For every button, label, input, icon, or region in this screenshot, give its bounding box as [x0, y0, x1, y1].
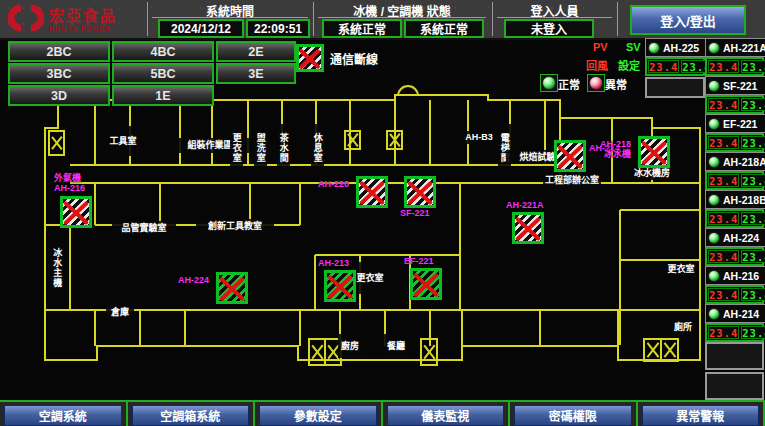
device-label-line: AH-220 — [318, 180, 349, 190]
unit-sv-value: 23.4 — [741, 136, 765, 149]
zone-button-1e[interactable]: 1E — [112, 85, 214, 106]
unit-values: 23.423.4 — [705, 95, 764, 114]
device-ah-224[interactable] — [216, 272, 248, 304]
unit-row-featured[interactable]: AH-225 — [645, 38, 707, 57]
device-ah-220[interactable] — [356, 176, 388, 208]
device-label: AH-221A — [506, 201, 544, 211]
device-label: 外氣機AH-216 — [54, 174, 85, 194]
unit-values: 23.423.4 — [705, 133, 764, 152]
device-label: SF-221 — [400, 209, 430, 219]
room-label: 廁所 — [670, 320, 696, 334]
stair-x-box — [420, 338, 438, 366]
empty-slot — [645, 77, 705, 98]
unit-values: 23.423.4 — [705, 57, 764, 76]
abnormal-legend-label: 異常 — [605, 76, 627, 92]
unit-pv-value: 23.4 — [648, 60, 679, 73]
unit-name-label: SF-221 — [723, 80, 757, 92]
unit-pv-value: 23.4 — [708, 174, 739, 187]
unit-sv-value: 23.4 — [741, 174, 765, 187]
unit-pv-value: 23.4 — [708, 212, 739, 225]
unit-row[interactable]: AH-216 — [705, 266, 765, 285]
unit-name-label: AH-225 — [663, 42, 699, 54]
zone-button-3d[interactable]: 3D — [8, 85, 110, 106]
device-label-line: AH-224 — [178, 276, 209, 286]
unit-status-lamp — [708, 156, 720, 168]
unit-name-label: AH-221A — [723, 42, 765, 54]
unit-name-label: EF-221 — [723, 118, 757, 130]
stair-x-box — [48, 130, 65, 156]
unit-name-label: AH-224 — [723, 232, 759, 244]
abnormal-legend-lamp — [587, 74, 605, 92]
unit-row[interactable]: AH-224 — [705, 228, 765, 247]
unit-row[interactable]: EF-221 — [705, 114, 765, 133]
unit-pv-value: 23.4 — [708, 326, 739, 339]
normal-legend-label: 正常 — [558, 76, 580, 92]
stair-x-box — [386, 130, 403, 150]
device-label: AH-218冰水機 — [600, 140, 631, 160]
sv-header-label: SV — [626, 41, 641, 53]
comm-fail-legend-label: 通信斷線 — [330, 50, 378, 67]
unit-pv-value: 23.4 — [708, 98, 739, 111]
zone-button-4bc[interactable]: 4BC — [112, 41, 214, 62]
device-ef-221[interactable] — [410, 268, 442, 300]
unit-sv-value: 23.4 — [741, 212, 765, 225]
unit-row[interactable]: AH-218B — [705, 190, 765, 209]
sv-type-label: 設定 — [618, 57, 640, 73]
device-label-line: SF-221 — [400, 209, 430, 219]
device-ah-214[interactable] — [554, 140, 586, 172]
unit-status-lamp — [708, 270, 720, 282]
unit-name-label: AH-214 — [723, 308, 759, 320]
stair-x-box — [344, 130, 361, 150]
room-label: AH-B3 — [458, 131, 500, 144]
unit-values: 23.423.4 — [705, 285, 764, 304]
unit-status-lamp — [708, 42, 720, 54]
unit-row[interactable]: AH-218A — [705, 152, 765, 171]
unit-sv-value: 23.4 — [741, 60, 765, 73]
device-label: AH-220 — [318, 180, 349, 190]
room-label: 倉庫 — [106, 299, 134, 325]
device-label: EF-221 — [404, 257, 434, 267]
device-ah-218[interactable] — [638, 136, 670, 168]
device-ah-221a[interactable] — [512, 212, 544, 244]
unit-name-label: AH-218B — [723, 194, 765, 206]
device-label: AH-213 — [318, 259, 349, 269]
unit-pv-value: 23.4 — [708, 288, 739, 301]
pv-header-label: PV — [593, 41, 608, 53]
unit-row[interactable]: AH-221A — [705, 38, 765, 57]
empty-slot — [705, 372, 764, 400]
zone-button-3e[interactable]: 3E — [216, 63, 296, 84]
room-label: 休息室 — [311, 124, 324, 172]
room-label: 冰水機房 — [625, 167, 679, 180]
unit-values: 23.423.4 — [705, 209, 764, 228]
zone-button-2e[interactable]: 2E — [216, 41, 296, 62]
unit-name-label: AH-216 — [723, 270, 759, 282]
zone-button-2bc[interactable]: 2BC — [8, 41, 110, 62]
unit-sv-value: 23.4 — [741, 98, 765, 111]
unit-row[interactable]: SF-221 — [705, 76, 765, 95]
room-label: 更衣室 — [230, 124, 243, 172]
unit-name-label: AH-218A — [723, 156, 765, 168]
comm-fail-legend-icon — [296, 44, 324, 72]
room-label: 廚房 — [338, 334, 362, 358]
empty-slot — [705, 342, 764, 370]
stair-x-box — [660, 338, 679, 362]
unit-values: 23.423.4 — [705, 171, 764, 190]
device-ah-216[interactable] — [60, 196, 92, 228]
device-sf-221[interactable] — [404, 176, 436, 208]
unit-status-lamp — [708, 80, 720, 92]
unit-values: 23.423.4 — [705, 323, 764, 342]
device-label-line: AH-221A — [506, 201, 544, 211]
room-label: 品管實驗室 — [112, 221, 176, 235]
unit-status-lamp — [648, 42, 660, 54]
room-label: 更衣室 — [666, 262, 696, 276]
unit-values: 23.423.4 — [705, 247, 764, 266]
unit-status-lamp — [708, 194, 720, 206]
unit-sv-value: 23.4 — [741, 326, 765, 339]
zone-button-5bc[interactable]: 5BC — [112, 63, 214, 84]
device-label-line: AH-216 — [54, 184, 85, 194]
room-label: 冰水主機 — [50, 246, 64, 290]
unit-row[interactable]: AH-214 — [705, 304, 765, 323]
unit-sv-value: 23.4 — [741, 288, 765, 301]
zone-button-3bc[interactable]: 3BC — [8, 63, 110, 84]
device-ah-213[interactable] — [324, 270, 356, 302]
